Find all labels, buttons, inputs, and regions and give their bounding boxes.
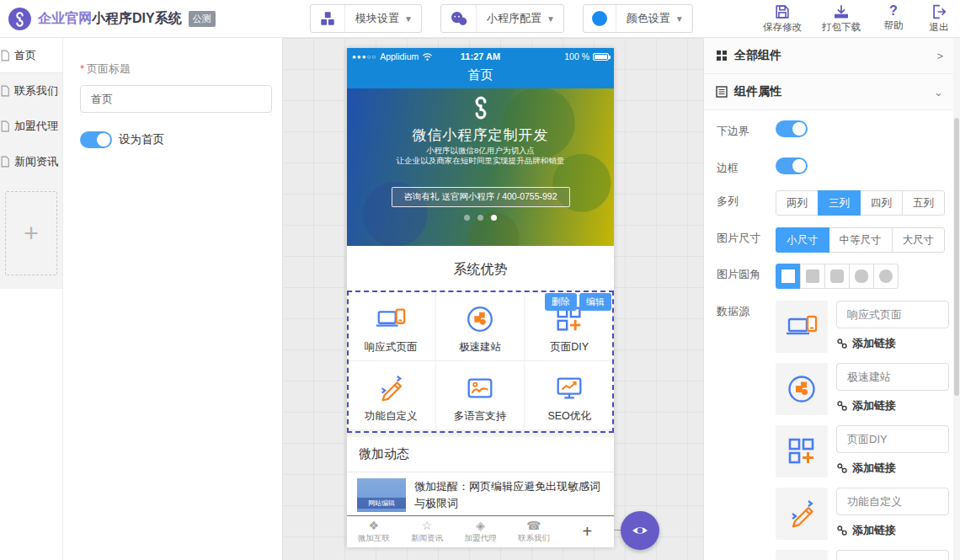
add-link-button[interactable]: 添加链接 — [836, 398, 949, 413]
phone-nav-bar: 首页 — [347, 65, 614, 88]
radius-option-1[interactable] — [800, 264, 825, 289]
phone-page-title: 首页 — [468, 67, 493, 83]
page-title-input[interactable] — [80, 85, 272, 113]
phone-tab-bar: ❖ 微加互联 ☆ 新闻资讯 ◈ 加盟代理 ☎ 联系我们 + — [347, 515, 614, 547]
chevron-right-icon: > — [936, 50, 943, 62]
header-menus: 模块设置 ▼ 小程序配置 ▼ 颜色设置 ▼ — [310, 4, 693, 33]
feature-cell[interactable]: SEO优化 — [525, 362, 614, 430]
feature-cell[interactable]: 功能自定义 — [347, 362, 436, 430]
link-icon — [836, 462, 848, 474]
app-logo-icon — [8, 8, 31, 30]
columns-option-5[interactable]: 五列 — [902, 190, 945, 216]
tags-icon: ◈ — [476, 520, 485, 532]
size-small-selected[interactable]: 小尺寸 — [776, 227, 829, 253]
header-actions: 保存修改 打包下载 ? 帮助 退出 — [760, 3, 955, 34]
miniprogram-logo-icon — [347, 95, 614, 124]
size-large[interactable]: 大尺寸 — [892, 227, 946, 253]
datasource-name-input[interactable] — [836, 488, 949, 515]
fast-build-icon — [776, 363, 828, 415]
tab-weijia[interactable]: ❖ 微加互联 — [347, 516, 400, 547]
news-list-item[interactable]: 网站编辑 微加提醒：网页编辑应避免出现敏感词与极限词 — [347, 472, 614, 515]
sidebar-item-home[interactable]: 首页 — [0, 38, 62, 73]
tab-news[interactable]: ☆ 新闻资讯 — [400, 516, 453, 547]
delete-component-button[interactable]: 删除 — [545, 293, 577, 311]
hero-banner[interactable]: 微信小程序定制开发 小程序以微信8亿用户为切入点 让企业以及商家在短时间里实现提… — [347, 88, 614, 246]
set-home-toggle[interactable] — [80, 131, 112, 148]
download-package-button[interactable]: 打包下载 — [819, 3, 864, 34]
help-button[interactable]: ? 帮助 — [877, 3, 909, 34]
tab-agency[interactable]: ◈ 加盟代理 — [454, 516, 507, 547]
hero-subtitle-2: 让企业以及商家在短时间里实现提升品牌和销量 — [347, 156, 614, 167]
feature-cell[interactable]: 响应式页面 — [347, 293, 436, 361]
custom-function-icon — [375, 372, 407, 404]
carousel-dot-active[interactable] — [491, 215, 497, 221]
link-icon — [836, 525, 848, 536]
battery-label: 100 % — [564, 51, 589, 61]
sidebar-item-news[interactable]: 新闻资讯 — [0, 144, 62, 179]
page-diy-icon — [776, 425, 828, 477]
radius-option-3[interactable] — [849, 264, 874, 289]
set-home-row: 设为首页 — [80, 131, 282, 148]
sidebar-item-agency[interactable]: 加盟代理 — [0, 109, 62, 144]
add-page-button[interactable]: + — [5, 191, 57, 275]
features-grid-component[interactable]: 响应式页面 极速建站 页面DIY 功能自定义 多语言支持 — [347, 293, 614, 430]
news-item-title: 微加提醒：网页编辑应避免出现敏感词与极限词 — [414, 478, 604, 515]
radius-option-circle[interactable] — [873, 264, 899, 289]
preview-button[interactable] — [621, 511, 659, 550]
color-settings-dropdown[interactable]: 颜色设置 ▼ — [583, 4, 693, 33]
add-tab-button[interactable]: + — [561, 516, 614, 547]
page-settings-panel: *页面标题 设为首页 — [63, 38, 282, 560]
wechat-icon — [441, 5, 477, 32]
save-button[interactable]: 保存修改 — [760, 3, 805, 34]
columns-option-2[interactable]: 两列 — [776, 190, 819, 216]
component-properties-header[interactable]: 组件属性 ⌄ — [704, 74, 960, 110]
exit-button[interactable]: 退出 — [923, 3, 955, 34]
columns-option-3-selected[interactable]: 三列 — [818, 190, 861, 216]
carousel-dots — [347, 215, 614, 221]
feature-cell[interactable]: 极速建站 — [436, 293, 525, 361]
carousel-dot[interactable] — [464, 215, 470, 221]
news-thumbnail: 网站编辑 — [357, 478, 406, 512]
top-header: 企业官网小程序DIY系统 公测 模块设置 ▼ 小程序配置 ▼ 颜色设置 ▼ — [0, 0, 960, 38]
image-radius-row: 图片圆角 — [704, 264, 960, 289]
app-title: 企业官网小程序DIY系统 — [38, 10, 182, 28]
columns-option-4[interactable]: 四列 — [860, 190, 903, 216]
link-icon — [836, 400, 848, 412]
caret-down-icon: ▼ — [675, 14, 692, 24]
panel-scrollbar[interactable] — [953, 38, 960, 560]
scrollbar-thumb[interactable] — [954, 118, 959, 396]
datasource-name-input[interactable] — [836, 301, 949, 328]
pages-list: 联系我们 加盟代理 新闻资讯 + — [0, 73, 62, 289]
datasource-name-input[interactable] — [836, 425, 949, 453]
add-link-button[interactable]: 添加链接 — [836, 461, 949, 476]
border-toggle[interactable] — [776, 157, 808, 174]
datasource-name-input[interactable] — [836, 363, 949, 391]
radius-option-2[interactable] — [824, 264, 850, 289]
cubes-icon — [311, 5, 345, 32]
hero-title: 微信小程序定制开发 — [347, 125, 614, 145]
hero-cta-button[interactable]: 咨询有礼 送官网小程序 / 400-0755-992 — [391, 187, 569, 207]
carousel-dot[interactable] — [477, 215, 483, 221]
radius-option-none-selected[interactable] — [776, 264, 801, 289]
feature-cell[interactable]: 多语言支持 — [436, 362, 525, 430]
sidebar-item-contact[interactable]: 联系我们 — [0, 73, 62, 109]
page-icon — [0, 50, 11, 61]
size-medium[interactable]: 中等尺寸 — [829, 227, 893, 253]
module-settings-dropdown[interactable]: 模块设置 ▼ — [310, 4, 422, 33]
components-grid-icon — [716, 50, 728, 61]
datasource-row: 数据源 添加链接 — [704, 301, 960, 560]
add-link-button[interactable]: 添加链接 — [836, 336, 949, 351]
responsive-page-icon — [375, 303, 407, 335]
all-components-header[interactable]: 全部组件 > — [704, 38, 960, 74]
edit-component-button[interactable]: 编辑 — [579, 293, 611, 311]
datasource-item: 添加链接 — [776, 425, 949, 477]
chevron-down-icon: ⌄ — [934, 86, 943, 99]
bottom-border-toggle[interactable] — [776, 120, 808, 137]
tab-contact[interactable]: ☎ 联系我们 — [507, 516, 560, 547]
miniprogram-config-dropdown[interactable]: 小程序配置 ▼ — [440, 4, 564, 33]
datasource-item: 添加链接 — [776, 301, 949, 353]
beta-badge: 公测 — [189, 11, 216, 27]
add-link-button[interactable]: 添加链接 — [836, 523, 949, 538]
datasource-name-input[interactable] — [836, 550, 949, 560]
advantages-section-title: 系统优势 — [347, 246, 614, 293]
